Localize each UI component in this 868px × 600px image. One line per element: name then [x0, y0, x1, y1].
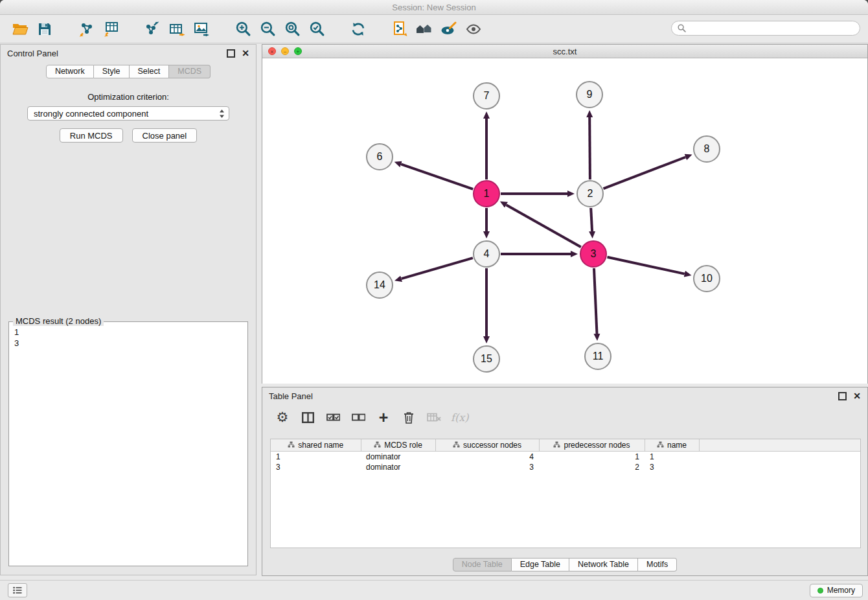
mcds-result-title: MCDS result (2 nodes) — [13, 316, 104, 326]
function-builder-icon[interactable]: f(x) — [451, 408, 468, 426]
cell-empty[interactable] — [699, 462, 861, 472]
select-all-icon[interactable] — [325, 408, 341, 426]
run-mcds-button[interactable]: Run MCDS — [60, 128, 123, 143]
cell-shared-name[interactable]: 1 — [271, 452, 361, 463]
float-table-panel-icon[interactable] — [838, 392, 847, 400]
zoom-selected-icon[interactable] — [307, 19, 326, 39]
graph-node-4[interactable]: 4 — [473, 240, 500, 268]
tab-select[interactable]: Select — [130, 65, 170, 78]
cell-name[interactable]: 3 — [645, 462, 699, 472]
graph-node-8[interactable]: 8 — [693, 135, 720, 163]
network-window-titlebar: × − + scc.txt — [262, 45, 867, 58]
tab-network-table[interactable]: Network Table — [569, 558, 638, 571]
export-image-icon[interactable] — [192, 19, 211, 39]
column-header-name[interactable]: name — [645, 439, 699, 452]
table-panel-header: Table Panel ✕ — [262, 387, 867, 404]
graph-node-3[interactable]: 3 — [580, 240, 607, 268]
graph-node-10[interactable]: 10 — [693, 265, 720, 292]
tab-mcds[interactable]: MCDS — [169, 65, 211, 78]
edge-3-1[interactable] — [507, 205, 581, 247]
graph-node-9[interactable]: 9 — [576, 81, 603, 108]
save-session-icon[interactable] — [35, 19, 54, 39]
apply-style-icon[interactable] — [439, 19, 459, 39]
zoom-out-icon[interactable] — [258, 19, 277, 39]
optimization-dropdown[interactable]: strongly connected component — [27, 106, 229, 121]
table-row[interactable]: 1dominator411 — [271, 452, 861, 463]
optimization-criterion-label: Optimization criterion: — [1, 92, 256, 102]
open-session-icon[interactable] — [10, 19, 30, 39]
control-panel-title: Control Panel — [7, 49, 227, 58]
cell-mcds-role[interactable]: dominator — [361, 452, 435, 463]
maximize-window-icon[interactable]: + — [294, 47, 302, 55]
refresh-view-icon[interactable] — [348, 19, 368, 39]
graph-node-2[interactable]: 2 — [577, 180, 604, 207]
sort-icon — [453, 441, 460, 450]
graph-node-14[interactable]: 14 — [366, 271, 393, 299]
cell-shared-name[interactable]: 3 — [271, 462, 361, 472]
column-header-shared-name[interactable]: shared name — [271, 439, 361, 452]
cell-successor-nodes[interactable]: 4 — [435, 452, 539, 463]
tab-motifs[interactable]: Motifs — [638, 558, 677, 571]
graph-node-11[interactable]: 11 — [584, 343, 611, 370]
tab-edge-table[interactable]: Edge Table — [512, 558, 569, 571]
sort-icon — [657, 441, 664, 450]
export-table-icon[interactable] — [167, 19, 187, 39]
graph-node-6[interactable]: 6 — [366, 143, 393, 170]
status-bar: Memory — [0, 580, 868, 600]
search-icon — [678, 24, 686, 32]
open-network-document-icon[interactable] — [390, 19, 409, 39]
close-panel-button[interactable]: Close panel — [132, 128, 198, 143]
table-panel: Table Panel ✕ ⚙ + f(x) — [262, 387, 868, 576]
task-history-button[interactable] — [8, 583, 27, 597]
search-input[interactable] — [689, 23, 854, 34]
memory-status-icon — [817, 588, 823, 594]
edge-4-14[interactable] — [402, 258, 473, 279]
cell-predecessor-nodes[interactable]: 1 — [539, 452, 645, 463]
delete-table-icon[interactable] — [426, 408, 442, 426]
zoom-fit-icon[interactable] — [282, 19, 302, 39]
cell-name[interactable]: 1 — [645, 452, 699, 463]
home-network-icon[interactable] — [415, 19, 434, 39]
window-titlebar: Session: New Session — [0, 0, 868, 15]
sort-icon — [288, 441, 295, 450]
show-graphics-details-icon[interactable] — [464, 19, 483, 39]
zoom-in-icon[interactable] — [233, 19, 253, 39]
graph-node-15[interactable]: 15 — [473, 345, 500, 373]
deselect-all-icon[interactable] — [350, 408, 367, 426]
edge-3-10[interactable] — [608, 257, 685, 274]
column-header-successor-nodes[interactable]: successor nodes — [435, 439, 539, 452]
column-header-predecessor-nodes[interactable]: predecessor nodes — [539, 439, 645, 452]
add-column-icon[interactable]: + — [375, 408, 392, 426]
graph-node-1[interactable]: 1 — [473, 180, 500, 207]
search-box[interactable] — [671, 21, 860, 36]
cell-successor-nodes[interactable]: 3 — [435, 462, 539, 472]
network-canvas[interactable]: 7968124314101511 — [262, 58, 867, 384]
graph-node-7[interactable]: 7 — [473, 82, 500, 110]
delete-column-icon[interactable] — [400, 408, 417, 426]
table-row[interactable]: 3dominator323 — [271, 462, 861, 472]
close-panel-icon[interactable]: ✕ — [242, 49, 249, 58]
edge-3-11[interactable] — [594, 268, 597, 334]
tab-network[interactable]: Network — [46, 65, 94, 78]
tab-style[interactable]: Style — [94, 65, 130, 78]
edge-2-8[interactable] — [604, 157, 686, 189]
float-panel-icon[interactable] — [227, 49, 235, 58]
cell-mcds-role[interactable]: dominator — [361, 462, 435, 472]
close-table-panel-icon[interactable]: ✕ — [853, 391, 861, 400]
memory-button[interactable]: Memory — [810, 584, 863, 597]
close-window-icon[interactable]: × — [268, 47, 276, 55]
cell-predecessor-nodes[interactable]: 2 — [539, 462, 645, 472]
edge-2-9[interactable] — [589, 117, 590, 179]
table-settings-icon[interactable]: ⚙ — [274, 408, 291, 426]
tab-node-table[interactable]: Node Table — [453, 558, 512, 571]
import-network-icon[interactable] — [76, 19, 96, 39]
minimize-window-icon[interactable]: − — [281, 47, 289, 55]
export-network-icon[interactable] — [143, 19, 162, 39]
table-panel-tabs: Node TableEdge TableNetwork TableMotifs — [262, 558, 867, 571]
column-browser-icon[interactable] — [299, 408, 316, 426]
column-header-MCDS-role[interactable]: MCDS role — [361, 439, 435, 452]
import-table-icon[interactable] — [101, 19, 120, 39]
edge-1-6[interactable] — [401, 164, 473, 189]
cell-empty[interactable] — [699, 452, 861, 463]
edge-2-3[interactable] — [591, 208, 592, 231]
